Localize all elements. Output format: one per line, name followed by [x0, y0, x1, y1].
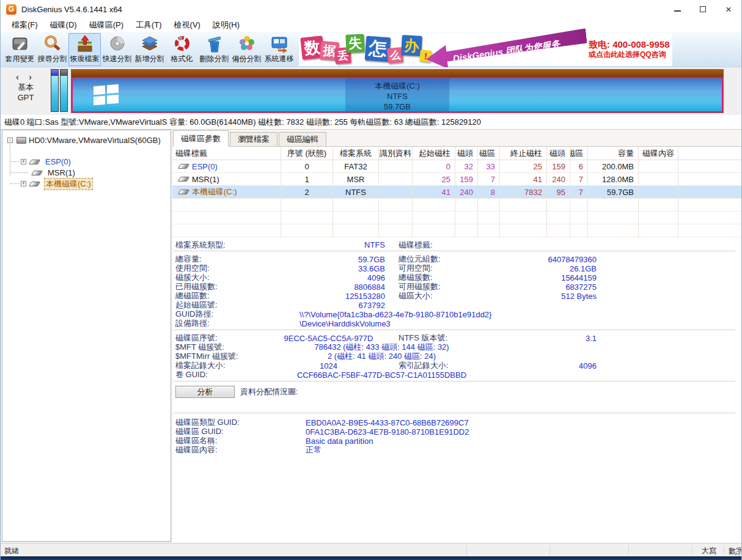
tree-connector [10, 144, 10, 175]
ad-banner: 数 据 丢 失 怎 么 办 ! DiskGenius 团队为您服务 致电: 40… [299, 33, 672, 66]
next-disk-arrow-icon[interactable]: › [29, 72, 35, 82]
tree-item-label: MSR(1) [48, 168, 75, 177]
menu-disk[interactable]: 磁碟(D) [44, 18, 83, 32]
apply-changes-icon [11, 35, 29, 53]
tree-item-esp[interactable]: + ESP(0) [21, 157, 71, 167]
detail-row: 磁簇大小:4096 總磁簇數:15644159 [172, 272, 741, 281]
window-title: DiskGenius V5.4.6.1441 x64 [21, 5, 122, 14]
resize-grip-icon[interactable] [738, 553, 740, 555]
col-header: 磁頭 [455, 147, 478, 160]
detail-row: 卷 GUID:CCF66BAC-F5BF-477D-BC57-C1A01155D… [172, 369, 741, 378]
main-area: - HD0:VMware,VMwareVirtualS(60GB) + ESP(… [1, 130, 741, 543]
statusbar-separator [628, 545, 629, 555]
detail-row-device-path: 設備路徑:\Device\HarddiskVolume3 [172, 318, 741, 327]
detail-row: 已用磁簇數:8806884 可用磁簇數:6837275 [172, 281, 741, 290]
recover-files-button[interactable]: 恢復檔案 [68, 33, 101, 66]
table-row-esp[interactable]: ESP(0) 0 FAT32 0 32 33 25 159 6 200.0MB [172, 160, 741, 173]
tab-partition-parameters[interactable]: 磁碟區參數 [173, 130, 229, 147]
menu-help[interactable]: 說明(H) [207, 18, 246, 32]
harddisk-icon [17, 137, 26, 144]
search-partition-icon [43, 35, 62, 53]
expand-icon[interactable]: + [21, 159, 26, 164]
col-header: 磁區 [478, 147, 500, 160]
tab-sector-edit[interactable]: 磁區編輯 [279, 132, 326, 146]
search-partition-button[interactable]: 搜尋分割 [36, 33, 68, 66]
tree-connector [10, 172, 28, 173]
statusbar-separator [692, 545, 692, 555]
col-header: 終止磁柱 [500, 147, 547, 160]
quick-partition-button[interactable]: 快速分割 [101, 33, 133, 66]
prev-disk-arrow-icon[interactable]: ‹ [16, 72, 23, 82]
partition-table: 磁碟標籤 序號 (狀態) 檔案系統 識別資料 起始磁柱 磁頭 磁區 終止磁柱 磁… [172, 147, 741, 237]
backup-partition-icon [238, 35, 256, 53]
backup-partition-button[interactable]: 備份分割 [230, 33, 263, 66]
tree-item-msr[interactable]: MSR(1) [29, 168, 75, 178]
disk-band: ‹ › 基本 GPT 本機磁碟(C:) NTFS 59.7GB [1, 67, 741, 115]
delete-partition-button[interactable]: 刪除分割 [198, 33, 230, 66]
ad-qq-link[interactable]: 或点击此处选择QQ咨询 [589, 50, 670, 59]
minimize-button[interactable] [664, 0, 690, 18]
app-logo-icon: G [6, 4, 17, 15]
tab-browse-files[interactable]: 瀏覽檔案 [230, 132, 277, 146]
maximize-button[interactable] [690, 0, 716, 18]
close-button[interactable]: × [716, 0, 741, 18]
new-partition-button[interactable]: 新增分割 [133, 33, 166, 66]
partition-icon [29, 160, 40, 164]
c-partition-bar[interactable]: 本機磁碟(C:) NTFS 59.7GB [72, 77, 723, 112]
close-icon: × [725, 4, 732, 15]
col-header: 檔案系統 [333, 147, 379, 160]
window-bottom-edge [1, 556, 741, 560]
format-button[interactable]: 格式化 [166, 33, 198, 66]
detail-row: $MFTMirr 磁簇號:2 (磁柱: 41 磁頭: 240 磁區: 24) [172, 351, 741, 360]
menu-tools[interactable]: 工具(T) [130, 18, 168, 32]
detail-row: 使用空間:33.6GB 可用空間:26.1GB [172, 263, 741, 272]
disk-type-label: 基本 [18, 82, 34, 92]
detail-row-type-guid: 磁碟區類型 GUID:EBD0A0A2-B9E5-4433-87C0-68B6B… [172, 417, 741, 426]
esp-bar-cap [51, 70, 58, 76]
detail-row: $MFT 磁簇號:786432 (磁柱: 433 磁頭: 144 磁區: 32) [172, 342, 741, 351]
tree-item-local-disk-c[interactable]: + 本機磁碟(C:) [21, 179, 93, 189]
tree-connector [10, 161, 20, 162]
table-header-row: 磁碟標籤 序號 (狀態) 檔案系統 識別資料 起始磁柱 磁頭 磁區 終止磁柱 磁… [172, 147, 741, 160]
tree-item-hd0[interactable]: - HD0:VMware,VMwareVirtualS(60GB) [7, 135, 161, 146]
table-row-local-disk-c[interactable]: 本機磁碟(C:) 2 NTFS 41 240 8 7832 95 7 59.7G… [172, 186, 741, 199]
col-header: 磁碟標籤 [172, 147, 281, 160]
detail-row-partition-guid: 磁碟區 GUID:0FA1C3BA-D623-4E7B-9180-8710B1E… [172, 426, 741, 435]
system-migration-button[interactable]: 系統遷移 [263, 33, 295, 66]
msr-partition-bar[interactable] [60, 69, 68, 112]
disk-scheme-label: GPT [18, 92, 34, 103]
disk-bar: 本機磁碟(C:) NTFS 59.7GB [71, 69, 724, 113]
esp-partition-bar[interactable] [51, 69, 59, 112]
status-bar: 就緒 大寫 數字 [1, 543, 741, 556]
status-ready-text: 就緒 [4, 546, 19, 556]
partition-size: 59.7GB [375, 101, 420, 112]
menu-partition[interactable]: 磁碟區(P) [83, 18, 130, 32]
collapse-icon[interactable]: - [7, 138, 13, 143]
partition-icon [29, 182, 40, 186]
msr-bar-cap [61, 70, 67, 76]
partition-fs: NTFS [375, 91, 420, 101]
partition-icon [178, 164, 189, 169]
new-partition-icon [141, 35, 159, 53]
col-header: 磁區 [570, 147, 588, 160]
col-header: 磁頭 [547, 147, 570, 160]
detail-row-guid-path: GUID路徑:\\?\Volume{0fa1c3ba-d623-4e7b-918… [172, 309, 741, 318]
menu-view[interactable]: 檢視(V) [168, 18, 207, 32]
tab-strip: 磁碟區參數 瀏覽檔案 磁區編輯 [172, 130, 741, 147]
apply-changes-button[interactable]: 套用變更 [4, 33, 36, 66]
menu-file[interactable]: 檔案(F) [6, 18, 44, 32]
system-migration-icon [270, 35, 288, 53]
col-header: 磁碟內容 [639, 147, 678, 160]
statusbar-separator [466, 545, 467, 555]
analyze-button[interactable]: 分析 [175, 386, 235, 398]
disk-bar-header [72, 70, 723, 77]
format-icon [173, 35, 191, 53]
menu-bar: 檔案(F) 磁碟(D) 磁碟區(P) 工具(T) 檢視(V) 說明(H) [1, 18, 741, 32]
table-row-msr[interactable]: MSR(1) 1 MSR 25 159 7 41 240 7 128.0MB [172, 173, 741, 186]
detail-row: 檔案系統類型: NTFS 磁碟標籤: [172, 237, 741, 251]
partition-icon [178, 177, 189, 182]
statusbar-separator [549, 545, 550, 555]
detail-row: 總磁區數:125153280 磁區大小:512 Bytes [172, 290, 741, 300]
tree-connector [10, 183, 20, 184]
expand-icon[interactable]: + [21, 181, 26, 186]
